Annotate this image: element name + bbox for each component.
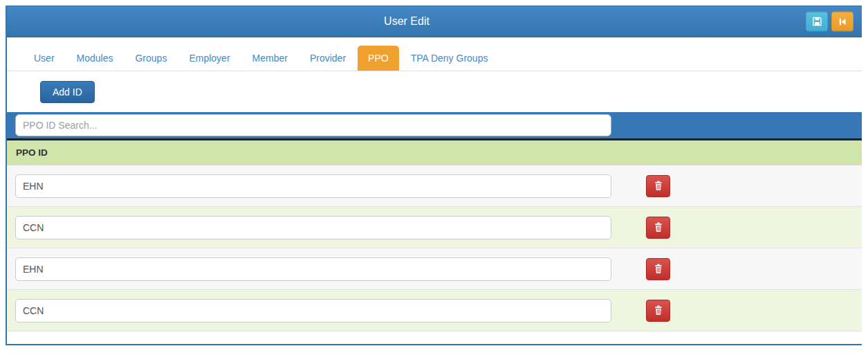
delete-row-button[interactable] [646, 258, 670, 280]
table-column-header: PPO ID [7, 140, 862, 165]
ppo-id-search-input[interactable] [15, 114, 611, 136]
table-row [7, 248, 862, 290]
step-backward-icon [838, 17, 847, 26]
panel-bottom-filler [7, 331, 862, 344]
panel-heading: User Edit [7, 6, 862, 37]
table-row [7, 290, 862, 331]
heading-button-group [806, 12, 853, 32]
user-edit-panel: User Edit [6, 6, 862, 345]
delete-row-button[interactable] [646, 217, 670, 239]
table-row [7, 207, 862, 248]
trash-icon [654, 264, 663, 274]
back-button[interactable] [831, 12, 853, 32]
add-id-button[interactable]: Add ID [40, 81, 95, 103]
tab-member[interactable]: Member [242, 46, 298, 71]
tab-provider[interactable]: Provider [299, 46, 356, 71]
page-title: User Edit [7, 6, 862, 37]
add-section: Add ID [7, 71, 862, 112]
ppo-id-input[interactable] [15, 257, 611, 281]
tab-ppo[interactable]: PPO [358, 46, 399, 71]
ppo-id-column-label: PPO ID [16, 147, 48, 158]
save-floppy-icon [812, 17, 822, 27]
tab-groups[interactable]: Groups [124, 46, 177, 71]
trash-icon [654, 222, 663, 233]
delete-row-button[interactable] [646, 300, 670, 322]
ppo-id-table [7, 165, 862, 331]
tab-employer[interactable]: Employer [178, 46, 240, 71]
ppo-id-input[interactable] [15, 174, 611, 198]
ppo-id-input[interactable] [15, 299, 611, 322]
table-row [7, 165, 862, 207]
tab-user[interactable]: User [24, 46, 65, 71]
search-strip [7, 112, 862, 140]
tab-tpa-deny-groups[interactable]: TPA Deny Groups [400, 46, 499, 71]
tabs-bar: User Modules Groups Employer Member Prov… [7, 37, 862, 71]
trash-icon [654, 181, 663, 191]
trash-icon [654, 305, 663, 316]
tab-modules[interactable]: Modules [66, 46, 124, 71]
ppo-id-input[interactable] [15, 216, 611, 239]
save-button[interactable] [806, 12, 828, 32]
delete-row-button[interactable] [646, 175, 670, 197]
